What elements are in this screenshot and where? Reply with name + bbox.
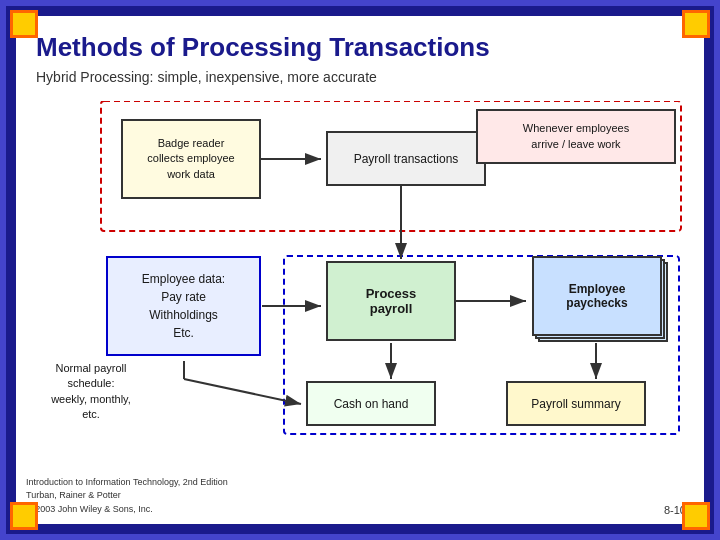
cash-on-hand-label: Cash on hand — [334, 397, 409, 411]
payroll-summary-box: Payroll summary — [506, 381, 646, 426]
process-payroll-label: Process payroll — [366, 286, 417, 316]
process-payroll-box: Process payroll — [326, 261, 456, 341]
subtitle: Hybrid Processing: simple, inexpensive, … — [36, 69, 684, 85]
whenever-label: Whenever employeesarrive / leave work — [523, 121, 629, 152]
payroll-summary-label: Payroll summary — [531, 397, 620, 411]
employee-data-label: Employee data:Pay rateWithholdingsEtc. — [142, 270, 225, 342]
badge-reader-label: Badge reader collects employee work data — [147, 136, 234, 182]
cash-on-hand-box: Cash on hand — [306, 381, 436, 426]
corner-decoration-br — [682, 502, 710, 530]
payroll-transactions-box: Payroll transactions — [326, 131, 486, 186]
footer-line1: Introduction to Information Technology, … — [26, 476, 228, 490]
slide-container: Methods of Processing Transactions Hybri… — [0, 0, 720, 540]
footer-line3: © 2003 John Wiley & Sons, Inc. — [26, 503, 228, 517]
payroll-transactions-label: Payroll transactions — [354, 152, 459, 166]
page-title: Methods of Processing Transactions — [36, 32, 684, 63]
employee-paychecks-stack: Employee paychecks — [532, 256, 662, 336]
stack-page-3: Employee paychecks — [532, 256, 662, 336]
badge-reader-box: Badge reader collects employee work data — [121, 119, 261, 199]
corner-decoration-tl — [10, 10, 38, 38]
footer-line2: Turban, Rainer & Potter — [26, 489, 228, 503]
corner-decoration-bl — [10, 502, 38, 530]
diagram-area: Badge reader collects employee work data… — [36, 101, 684, 461]
slide-content: Methods of Processing Transactions Hybri… — [16, 16, 704, 524]
svg-line-8 — [184, 379, 301, 404]
whenever-box: Whenever employeesarrive / leave work — [476, 109, 676, 164]
normal-payroll-label: Normal payroll schedule: weekly, monthly… — [51, 362, 131, 420]
corner-decoration-tr — [682, 10, 710, 38]
normal-payroll-text: Normal payroll schedule: weekly, monthly… — [41, 361, 141, 423]
employee-data-box: Employee data:Pay rateWithholdingsEtc. — [106, 256, 261, 356]
footer: Introduction to Information Technology, … — [26, 476, 228, 517]
employee-paychecks-label: Employee paychecks — [566, 282, 627, 310]
